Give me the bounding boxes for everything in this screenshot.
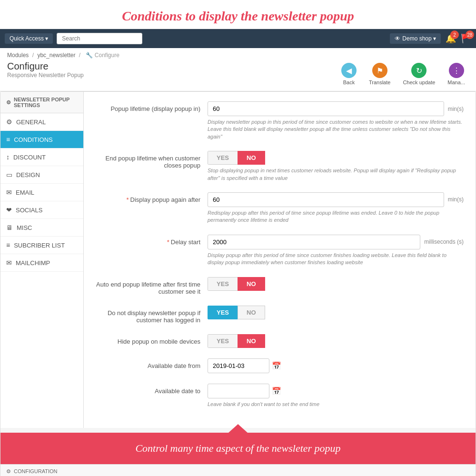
search-input[interactable] <box>57 33 142 44</box>
display-again-label: *Display popup again after <box>96 192 200 203</box>
popup-lifetime-content: min(s) Display newsletter popup in this … <box>208 101 464 140</box>
mobile-no-btn[interactable]: NO <box>238 334 265 348</box>
flag-icon-btn[interactable]: 🚩 28 <box>461 33 471 44</box>
configure-subtitle: Responsive Newsletter Popup <box>7 72 84 79</box>
end-popup-no-btn[interactable]: NO <box>238 151 265 165</box>
end-popup-label: End popup lifetime when customer closes … <box>96 151 200 169</box>
back-icon: ◀ <box>341 63 357 78</box>
bell-badge: 2 <box>450 30 459 39</box>
config-bar: ⚙ CONFIGURATION <box>0 464 476 476</box>
sidebar-item-mailchimp[interactable]: ✉ MAILCHIMP <box>0 254 83 272</box>
display-again-unit: min(s) <box>448 196 464 203</box>
design-icon: ▭ <box>6 171 12 178</box>
page-title: Configure Responsive Newsletter Popup <box>7 61 84 79</box>
form-row-date-to: Available date to 📅 Leave blank if you d… <box>96 384 464 408</box>
action-buttons: ◀ Back ⚑ Translate ↻ Check update ⋮ Mana… <box>337 61 469 87</box>
end-popup-help: Stop displaying popup in next times cust… <box>208 167 464 182</box>
sidebar-header: ⚙ NEWSLETTER POPUP SETTINGS <box>0 92 83 113</box>
auto-end-content: YES NO <box>208 277 464 291</box>
date-from-label: Available date from <box>96 358 200 369</box>
check-update-button[interactable]: ↻ Check update <box>399 61 439 87</box>
logged-label: Do not display newsletter popup if custo… <box>96 306 200 324</box>
email-icon: ✉ <box>6 188 12 196</box>
breadcrumb-modules[interactable]: Modules <box>7 52 29 59</box>
display-again-content: min(s) Redisplay popup after this period… <box>208 192 464 224</box>
date-to-help: Leave blank if you don't want to set the… <box>208 401 464 408</box>
eye-icon: 👁 <box>395 35 400 42</box>
logged-yes-btn[interactable]: YES <box>208 306 238 319</box>
sidebar-item-email[interactable]: ✉ EMAIL <box>0 184 83 201</box>
form-row-date-from: Available date from 📅 <box>96 358 464 373</box>
delay-start-input-row: milliseconds (s) <box>208 235 464 249</box>
auto-end-no-btn[interactable]: NO <box>238 277 265 291</box>
auto-end-toggle: YES NO <box>208 277 464 291</box>
bottom-banner: Control many time aspect of the newslete… <box>0 433 476 464</box>
logged-content: YES NO <box>208 306 464 319</box>
date-to-content: 📅 Leave blank if you don't want to set t… <box>208 384 464 408</box>
breadcrumb-ybc[interactable]: ybc_newsletter <box>37 52 75 59</box>
breadcrumb-configure: 🔧 Configure <box>86 52 119 59</box>
sidebar-item-conditions[interactable]: ≡ CONDITIONS <box>0 131 83 149</box>
popup-lifetime-input[interactable] <box>208 101 444 116</box>
refresh-icon: ↻ <box>411 63 426 78</box>
form-row-delay-start: *Delay start milliseconds (s) Display po… <box>96 235 464 267</box>
end-popup-toggle: YES NO <box>208 151 464 165</box>
back-button[interactable]: ◀ Back <box>337 61 360 87</box>
demo-shop-button[interactable]: 👁 Demo shop ▾ <box>390 33 441 44</box>
form-row-auto-end: Auto end popup lifetime after first time… <box>96 277 464 295</box>
mobile-yes-btn[interactable]: YES <box>208 334 238 348</box>
translate-button[interactable]: ⚑ Translate <box>365 61 394 87</box>
display-again-help: Redisplay popup after this period of tim… <box>208 209 464 224</box>
config-gear-icon: ⚙ <box>6 468 11 475</box>
end-popup-yes-btn[interactable]: YES <box>208 151 238 165</box>
delay-start-content: milliseconds (s) Display popup after thi… <box>208 235 464 267</box>
mobile-toggle: YES NO <box>208 334 464 348</box>
conditions-icon: ≡ <box>6 136 10 143</box>
general-icon: ⚙ <box>6 118 12 126</box>
logged-no-btn[interactable]: NO <box>238 306 265 319</box>
form-row-mobile: Hide popup on mobile devices YES NO <box>96 334 464 348</box>
form-row-end-popup: End popup lifetime when customer closes … <box>96 151 464 182</box>
content-area: Popup lifetime (display popup in) min(s)… <box>84 92 476 428</box>
mobile-label: Hide popup on mobile devices <box>96 334 200 345</box>
main-layout: ⚙ NEWSLETTER POPUP SETTINGS ⚙ GENERAL ≡ … <box>0 92 476 428</box>
gear-icon: ⚙ <box>6 99 11 106</box>
navbar-right: 👁 Demo shop ▾ 🔔 2 🚩 28 <box>390 33 471 44</box>
manage-button[interactable]: ⋮ Mana... <box>444 61 469 87</box>
logged-toggle: YES NO <box>208 306 464 319</box>
manage-icon: ⋮ <box>449 63 464 78</box>
sidebar: ⚙ NEWSLETTER POPUP SETTINGS ⚙ GENERAL ≡ … <box>0 92 84 428</box>
date-from-input[interactable] <box>208 358 269 373</box>
delay-start-label: *Delay start <box>96 235 200 246</box>
date-to-label: Available date to <box>96 384 200 395</box>
bell-icon-btn[interactable]: 🔔 2 <box>446 33 456 44</box>
form-row-logged: Do not display newsletter popup if custo… <box>96 306 464 324</box>
sidebar-item-subscriber[interactable]: ≡ SUBCRIBER LIST <box>0 237 83 254</box>
form-row-popup-lifetime: Popup lifetime (display popup in) min(s)… <box>96 101 464 140</box>
discount-icon: ↕ <box>6 153 10 161</box>
top-banner: Conditions to display the newsletter pop… <box>0 0 476 29</box>
mailchimp-icon: ✉ <box>6 259 12 267</box>
config-bar-label: CONFIGURATION <box>14 468 57 474</box>
display-again-input[interactable] <box>208 192 444 207</box>
sidebar-item-misc[interactable]: 🖥 MISC <box>0 219 83 237</box>
sidebar-item-general[interactable]: ⚙ GENERAL <box>0 113 83 131</box>
misc-icon: 🖥 <box>6 224 13 231</box>
date-to-input[interactable] <box>208 384 269 398</box>
popup-lifetime-unit: min(s) <box>448 106 464 112</box>
sidebar-item-discount[interactable]: ↕ DISCOUNT <box>0 149 83 166</box>
end-popup-content: YES NO Stop displaying popup in next tim… <box>208 151 464 182</box>
auto-end-yes-btn[interactable]: YES <box>208 277 238 291</box>
main-section: ⚙ NEWSLETTER POPUP SETTINGS ⚙ GENERAL ≡ … <box>0 91 476 476</box>
popup-lifetime-label: Popup lifetime (display popup in) <box>96 101 200 112</box>
quick-access-button[interactable]: Quick Access ▾ <box>5 33 53 44</box>
calendar-from-icon[interactable]: 📅 <box>272 361 281 370</box>
delay-start-input[interactable] <box>208 235 420 249</box>
popup-lifetime-input-row: min(s) <box>208 101 464 116</box>
breadcrumb: Modules / ybc_newsletter / 🔧 Configure <box>7 52 469 59</box>
bottom-banner-text: Control many time aspect of the newslete… <box>135 442 340 454</box>
sidebar-item-socials[interactable]: ❤ SOCIALS <box>0 201 83 219</box>
calendar-to-icon[interactable]: 📅 <box>272 387 281 396</box>
sidebar-item-design[interactable]: ▭ DESIGN <box>0 166 83 184</box>
date-from-row: 📅 <box>208 358 464 373</box>
